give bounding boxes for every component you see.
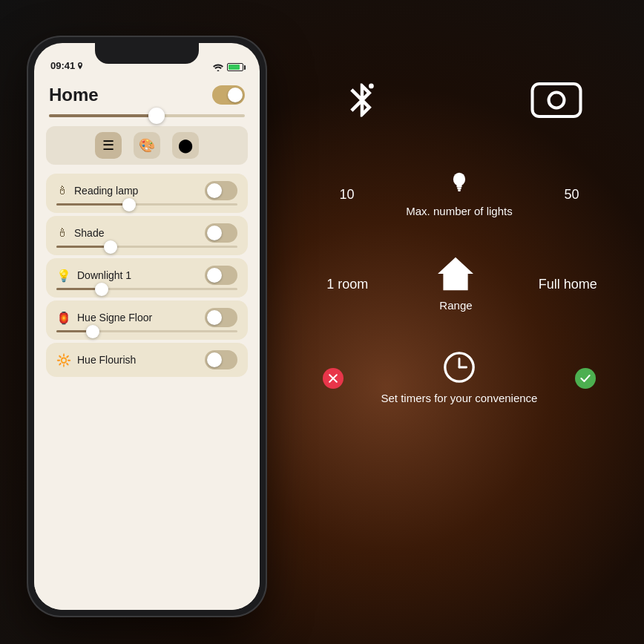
tab-bar: ☰ 🎨 ⬤	[46, 126, 248, 165]
brightness-row	[34, 111, 260, 126]
range-value-right: Full home	[539, 277, 597, 292]
slider-thumb[interactable]	[104, 240, 117, 254]
light-slider-downlight	[56, 288, 237, 290]
bridge-icon-container	[530, 74, 582, 126]
svg-marker-7	[438, 257, 473, 290]
light-toggle-signe[interactable]	[205, 308, 237, 327]
timer-status-right	[575, 368, 596, 389]
battery-fill	[229, 65, 240, 70]
range-label: Range	[439, 298, 472, 313]
light-row: 🔆 Hue Flourish	[56, 350, 237, 369]
light-item-reading-lamp: 🕯 Reading lamp	[46, 174, 248, 213]
battery-indicator	[227, 63, 243, 71]
svg-rect-4	[456, 185, 461, 188]
light-name: 🕯 Shade	[56, 226, 104, 240]
timer-status-left	[323, 368, 344, 389]
svg-rect-1	[533, 84, 581, 116]
slider-track[interactable]	[56, 288, 237, 290]
tab-scenes[interactable]: 🎨	[134, 132, 160, 159]
feature-center-lights: Max. number of lights	[406, 171, 512, 219]
slider-thumb[interactable]	[86, 325, 99, 338]
light-slider-shade	[56, 246, 237, 248]
light-bulb-icon: 🕯	[56, 226, 68, 240]
light-item-signe: 🏮 Hue Signe Floor	[46, 300, 248, 340]
bridge-svg	[530, 79, 582, 122]
svg-rect-6	[458, 189, 461, 191]
battery-tip	[244, 65, 246, 70]
feature-row-range: 1 room Range Full home	[289, 249, 629, 321]
light-row: 🕯 Reading lamp	[56, 181, 237, 200]
slider-track[interactable]	[56, 246, 237, 248]
svg-point-2	[549, 93, 565, 108]
tab-list[interactable]: ☰	[95, 132, 122, 159]
phone-mockup: 09:41	[28, 37, 266, 616]
range-value-left: 1 room	[321, 277, 373, 292]
bluetooth-icon	[336, 74, 388, 126]
location-icon	[77, 62, 83, 70]
cross-icon	[327, 372, 339, 384]
light-name: 🕯 Reading lamp	[56, 184, 138, 197]
brightness-fill	[49, 114, 157, 117]
tab-colors[interactable]: ⬤	[172, 132, 199, 159]
feature-center-range: Range	[407, 256, 504, 313]
check-icon	[579, 372, 591, 384]
feature-row-timers: Set timers for your convenience	[289, 343, 629, 413]
lights-value-left: 10	[321, 187, 372, 203]
home-toggle[interactable]	[212, 85, 245, 105]
light-slider-reading	[56, 203, 237, 206]
light-item-downlight: 💡 Downlight 1	[46, 258, 248, 298]
light-toggle-downlight[interactable]	[205, 266, 237, 285]
bulb-feature-icon	[451, 171, 467, 197]
app-title: Home	[49, 85, 99, 105]
light-toggle-shade[interactable]	[205, 223, 237, 243]
clock-icon	[442, 350, 476, 384]
timers-label: Set timers for your convenience	[381, 390, 538, 406]
light-item-shade: 🕯 Shade	[46, 216, 248, 255]
light-slider-signe	[56, 330, 237, 332]
status-icons	[213, 63, 243, 71]
light-toggle-reading[interactable]	[205, 181, 237, 200]
light-name: 🔆 Hue Flourish	[56, 353, 136, 367]
brightness-thumb[interactable]	[148, 108, 165, 124]
ceiling-icon: 🔆	[56, 353, 71, 367]
app-content: Home ☰ 🎨 ⬤	[34, 76, 260, 610]
floor-lamp-icon: 🏮	[56, 311, 71, 325]
light-bulb-icon: 🕯	[56, 184, 68, 197]
bluetooth-svg	[342, 80, 382, 120]
comparison-area: 10 Max. number of lights 50 1 room Range…	[289, 59, 629, 614]
slider-fill	[56, 203, 129, 206]
svg-rect-5	[457, 188, 461, 190]
light-row: 🏮 Hue Signe Floor	[56, 308, 237, 327]
light-toggle-flourish[interactable]	[205, 350, 237, 369]
phone-body: 09:41	[28, 37, 266, 616]
feature-center-timers: Set timers for your convenience	[381, 350, 538, 406]
downlight-icon: 💡	[56, 269, 71, 283]
light-name: 🏮 Hue Signe Floor	[56, 311, 152, 325]
slider-track[interactable]	[56, 330, 237, 332]
light-item-flourish: 🔆 Hue Flourish	[46, 343, 248, 377]
light-name: 💡 Downlight 1	[56, 269, 131, 283]
slider-thumb[interactable]	[122, 198, 136, 211]
slider-track[interactable]	[56, 203, 237, 206]
svg-point-0	[369, 84, 374, 89]
feature-row-lights: 10 Max. number of lights 50	[289, 163, 629, 226]
house-icon	[436, 256, 475, 292]
phone-screen: 09:41	[34, 43, 260, 610]
lights-label: Max. number of lights	[406, 203, 512, 219]
lights-list: 🕯 Reading lamp	[34, 165, 260, 377]
phone-notch	[95, 43, 199, 64]
svg-point-3	[453, 173, 465, 186]
wifi-icon	[213, 64, 223, 71]
status-time: 09:41	[50, 60, 83, 71]
light-row: 💡 Downlight 1	[56, 266, 237, 285]
slider-fill	[56, 246, 111, 248]
slider-thumb[interactable]	[95, 283, 108, 296]
clock: 09:41	[50, 60, 75, 71]
lights-value-right: 50	[546, 187, 598, 203]
light-row: 🕯 Shade	[56, 223, 237, 243]
app-header: Home	[34, 76, 260, 111]
top-icons-row	[289, 59, 629, 141]
brightness-track[interactable]	[49, 114, 245, 117]
